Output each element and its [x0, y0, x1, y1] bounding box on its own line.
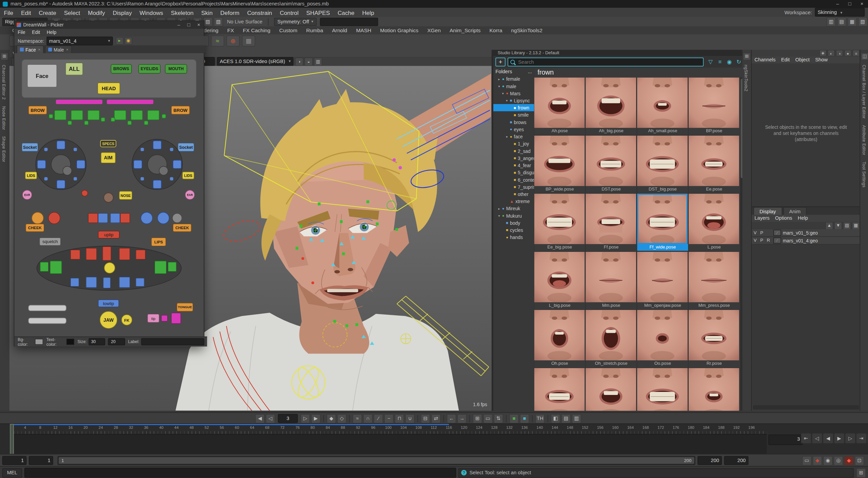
menu-item-windows[interactable]: Windows — [136, 9, 167, 16]
nostril-ctrl[interactable] — [98, 213, 108, 223]
eyelids-button[interactable]: EYELIDS — [138, 64, 160, 74]
shelf-icon-shelf-misc[interactable]: ▩ — [241, 35, 256, 50]
layer-color-swatch[interactable]: ∕ — [773, 230, 781, 236]
folder-item-brows[interactable]: ■ brows — [493, 118, 534, 125]
socket-left-button[interactable]: Socket — [22, 143, 38, 152]
layer-visibility-toggle[interactable]: V — [752, 238, 758, 243]
shelf-tab[interactable]: Anim_Scripts — [445, 26, 485, 34]
workspace-selector[interactable]: Workspace: Skinning ▾ — [785, 8, 868, 17]
channel-box-menu-item[interactable]: Channels — [752, 57, 778, 64]
cheek-ctrl[interactable] — [157, 212, 170, 224]
text-color-swatch[interactable] — [66, 339, 74, 345]
expander-icon[interactable]: ▾ — [502, 91, 506, 95]
region-key-icon[interactable]: ▭ — [483, 414, 493, 423]
tangent-linear-icon[interactable]: ∕ — [374, 414, 383, 423]
pose-item-ff-wide-pose[interactable]: Ff_wide.pose — [637, 194, 688, 251]
shelf-tab[interactable]: Custom — [275, 26, 302, 34]
cheek-ctrl[interactable] — [141, 212, 153, 224]
speed-fast-icon[interactable]: ● — [844, 50, 851, 57]
set-breakdown-icon[interactable]: ◇ — [337, 414, 347, 423]
mouth-corner-ctrl[interactable] — [168, 262, 177, 272]
next-key-icon[interactable]: ▶ — [311, 414, 321, 423]
nostril-ctrl[interactable] — [110, 213, 120, 223]
brow-right-button[interactable]: BROW — [171, 106, 190, 115]
brow-ctrl-small[interactable] — [67, 121, 72, 125]
brow-ctrl-small[interactable] — [49, 114, 53, 118]
brow-ctrl[interactable] — [147, 110, 159, 120]
mouth-main-ctrl[interactable] — [104, 262, 115, 274]
set-key-red-icon[interactable]: ◆ — [813, 456, 822, 465]
folder-item-2-sad[interactable]: ■ 2_sad — [493, 147, 534, 154]
shelf-icon-shelf-locator[interactable]: ⊕ — [226, 35, 240, 50]
post-infinity-icon[interactable]: → — [457, 414, 467, 423]
layer-playback-toggle[interactable]: P — [758, 230, 765, 235]
cached-playback-icon[interactable]: ■ — [520, 414, 529, 423]
menu-item-file[interactable]: File — [0, 9, 17, 16]
layer-editor-tab-display[interactable]: Display — [753, 207, 782, 215]
brow-ctrl[interactable] — [54, 110, 66, 120]
grid-toggle-icon[interactable]: ⊞ — [856, 468, 866, 477]
animation-start-field[interactable]: 1 — [2, 456, 27, 465]
menu-item-display[interactable]: Display — [109, 9, 136, 16]
pose-item-bp-wide-pose[interactable]: BP_wide.pose — [534, 136, 585, 193]
brow-ctrl[interactable] — [131, 110, 143, 120]
colorspace-dropdown[interactable]: ACES 1.0 SDR-video (sRGB)▾ — [217, 57, 293, 66]
menu-item-skeleton[interactable]: Skeleton — [167, 9, 198, 16]
tab-close-icon[interactable]: × — [38, 47, 41, 51]
next-frame-icon[interactable]: ▷ — [301, 414, 310, 423]
search-input[interactable] — [517, 58, 701, 65]
studio-library-titlebar[interactable]: Studio Library - 2.13.2 - Default — [493, 50, 755, 56]
nose-button[interactable]: NOSE — [119, 191, 132, 200]
mouth-corner-ctrl[interactable] — [155, 261, 167, 274]
speed-medium-icon[interactable]: ◑ — [836, 50, 843, 57]
lips-button[interactable]: LIPS — [151, 237, 166, 246]
picker-titlebar[interactable]: DreamWall - Picker – □ × — [14, 21, 203, 29]
folder-item-mars[interactable]: ▾ ● Mars — [493, 89, 534, 97]
animation-end-field[interactable]: 200 — [724, 456, 749, 465]
search-box[interactable] — [508, 57, 704, 66]
shelf-tab[interactable]: FX Caching — [238, 26, 275, 34]
maximize-button[interactable]: □ — [844, 0, 856, 8]
lip-ctrl[interactable] — [119, 248, 130, 260]
right-dock-tab[interactable]: Channel Box / Layer Editor — [860, 61, 867, 122]
size-height-field[interactable]: 20 — [108, 338, 125, 345]
folder-item-6-conte[interactable]: ■ 6_conte... — [493, 176, 534, 183]
brow-ctrl-small[interactable] — [84, 121, 88, 125]
specs-button[interactable]: SPECS — [100, 140, 116, 147]
folder-item-3-anger[interactable]: ■ 3_anger — [493, 155, 534, 162]
shelf-tab[interactable]: ngSkinTools2 — [507, 26, 547, 34]
mel-toggle-button[interactable]: MEL — [2, 468, 22, 477]
toggle-attribute-editor-icon[interactable]: ▤ — [837, 17, 847, 26]
folder-item-body[interactable]: ■ body — [493, 219, 534, 226]
left-dock-tab[interactable]: Shape Editor — [0, 133, 7, 166]
pose-item-ah-pose[interactable]: Ah.pose — [534, 78, 585, 135]
menu-item-control[interactable]: Control — [276, 9, 302, 16]
stacked-view-icon[interactable]: ▤ — [561, 414, 571, 423]
pose-item-partial-20[interactable] — [534, 368, 585, 411]
picker-tab-face[interactable]: Face × — [17, 45, 44, 53]
layer-row[interactable]: V P ∕ mars_v01_5:geo — [752, 229, 860, 237]
refresh-icon[interactable]: ↻ — [735, 58, 743, 66]
brow-ctrl-small[interactable] — [162, 114, 166, 118]
channel-box-menu-item[interactable]: Edit — [778, 57, 793, 64]
auto-key-icon[interactable]: ◆ — [844, 456, 854, 465]
menu-item-deform[interactable]: Deform — [216, 9, 243, 16]
pose-item-dst-big-pose[interactable]: DST_big.pose — [637, 136, 688, 193]
namespace-dropdown[interactable]: mars_v01_4▾ — [46, 36, 113, 45]
current-frame-field[interactable]: 3 — [278, 414, 298, 423]
face-button[interactable]: Face — [27, 64, 57, 87]
left-dock-tab[interactable]: Node Editor — [0, 103, 7, 133]
folder-item-face[interactable]: ▾ ● face — [493, 133, 534, 140]
pose-item-partial-21[interactable] — [586, 368, 636, 411]
picker-slider-2[interactable] — [28, 318, 66, 324]
pose-item-partial-23[interactable] — [689, 368, 739, 411]
brow-ctrl-small[interactable] — [111, 117, 115, 122]
buffer-curve-icon[interactable]: ⊟ — [421, 414, 430, 423]
fk-button[interactable]: FK — [121, 314, 133, 325]
new-layer-selected-icon[interactable]: ▦ — [852, 222, 860, 230]
pose-item-l-big-pose[interactable]: L_big.pose — [534, 252, 585, 310]
pose-item-l-pose[interactable]: L.pose — [689, 194, 739, 251]
layer-row[interactable]: V P R ∕ mars_v01_4:geo — [752, 237, 860, 245]
menu-item-skin[interactable]: Skin — [197, 9, 216, 16]
workspace-value[interactable]: Skinning ▾ — [815, 8, 865, 17]
